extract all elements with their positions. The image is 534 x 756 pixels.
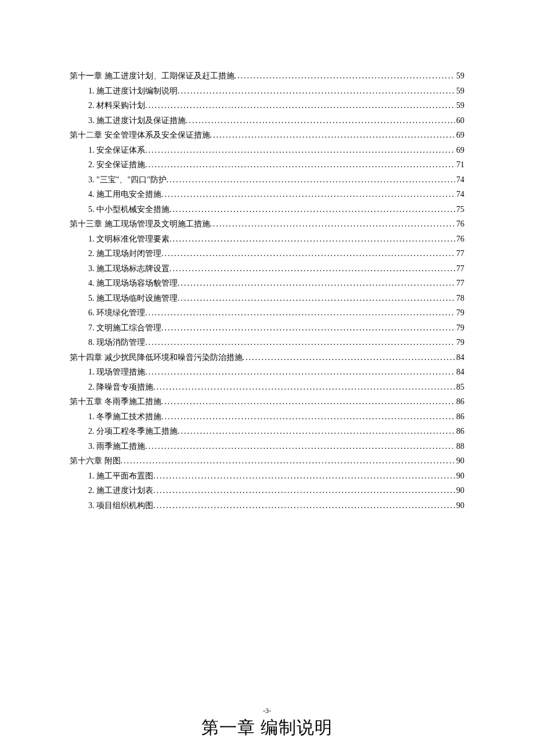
toc-entry-page: 90 (455, 498, 464, 513)
toc-entry: 1. 安全保证体系 69 (70, 143, 464, 158)
toc-leader-dots (178, 84, 455, 99)
toc-entry: 3. "三宝"、"四口"防护 74 (70, 172, 464, 188)
toc-entry-title: 2. 材料采购计划 (88, 98, 145, 113)
toc-entry-page: 90 (455, 469, 464, 484)
toc-entry: 2. 施工现场封闭管理 77 (70, 246, 464, 261)
toc-leader-dots (145, 98, 455, 113)
toc-entry-page: 71 (455, 157, 464, 172)
toc-leader-dots (161, 409, 455, 424)
toc-entry-page: 78 (455, 291, 464, 306)
toc-leader-dots (121, 453, 456, 469)
toc-entry: 3. 施工现场标志牌设置 77 (70, 261, 464, 276)
toc-leader-dots (178, 424, 455, 439)
toc-entry-title: 3. "三宝"、"四口"防护 (88, 172, 167, 188)
toc-entry-page: 69 (455, 128, 464, 143)
toc-entry: 2. 安全保证措施 71 (70, 157, 464, 172)
toc-entry-page: 86 (455, 409, 464, 424)
toc-entry: 7. 文明施工综合管理 79 (70, 321, 464, 336)
toc-leader-dots (169, 232, 455, 247)
toc-entry-title: 第十三章 施工现场管理及文明施工措施 (70, 217, 210, 232)
toc-entry-page: 90 (455, 453, 464, 469)
toc-entry-title: 3. 施工现场标志牌设置 (88, 261, 169, 276)
toc-entry-title: 7. 文明施工综合管理 (88, 321, 161, 336)
toc-entry-title: 第十二章 安全管理体系及安全保证措施 (70, 128, 210, 143)
toc-leader-dots (153, 498, 455, 513)
toc-entry-title: 1. 冬季施工技术措施 (88, 409, 161, 424)
toc-entry: 第十四章 减少扰民降低环境和噪音污染防治措施84 (70, 350, 464, 365)
toc-entry: 2. 降噪音专项措施 85 (70, 380, 464, 395)
toc-entry-title: 2. 施工现场封闭管理 (88, 246, 161, 261)
toc-entry: 1. 冬季施工技术措施 86 (70, 409, 464, 424)
toc-entry: 第十一章 施工进度计划、工期保证及赶工措施59 (70, 69, 464, 84)
toc-entry-page: 86 (455, 394, 464, 409)
toc-entry-page: 77 (455, 276, 464, 291)
toc-entry: 第十三章 施工现场管理及文明施工措施76 (70, 217, 464, 232)
toc-leader-dots (167, 172, 455, 188)
toc-leader-dots (169, 261, 455, 276)
toc-entry: 1. 文明标准化管理要素 76 (70, 232, 464, 247)
toc-entry-page: 76 (455, 217, 464, 232)
toc-leader-dots (153, 380, 455, 395)
toc-entry-page: 59 (455, 98, 464, 113)
toc-leader-dots (210, 128, 456, 143)
toc-entry-title: 第十六章 附图 (70, 453, 121, 469)
toc-entry: 4. 施工用电安全措施 74 (70, 187, 464, 202)
toc-entry-page: 79 (455, 321, 464, 336)
toc-entry: 1. 施工平面布置图 90 (70, 469, 464, 484)
toc-entry-page: 60 (455, 113, 464, 128)
toc-entry-page: 77 (455, 246, 464, 261)
toc-leader-dots (243, 350, 456, 365)
toc-leader-dots (234, 69, 456, 84)
table-of-contents: 第十一章 施工进度计划、工期保证及赶工措施591. 施工进度计划编制说明 592… (70, 69, 464, 513)
document-page: 第十一章 施工进度计划、工期保证及赶工措施591. 施工进度计划编制说明 592… (0, 0, 534, 740)
toc-entry-title: 第十五章 冬雨季施工措施 (70, 394, 161, 409)
toc-entry-page: 59 (455, 69, 464, 84)
chapter-heading-block: 第一章 编制说明 (70, 716, 464, 740)
toc-entry: 3. 雨季施工措施 88 (70, 439, 464, 454)
toc-entry-title: 1. 施工进度计划编制说明 (88, 84, 178, 99)
toc-entry-title: 2. 安全保证措施 (88, 157, 145, 172)
toc-leader-dots (153, 483, 455, 498)
toc-leader-dots (178, 276, 455, 291)
toc-entry-title: 5. 施工现场临时设施管理 (88, 291, 178, 306)
toc-leader-dots (145, 305, 455, 321)
toc-leader-dots (169, 202, 455, 217)
toc-entry-page: 77 (455, 261, 464, 276)
toc-leader-dots (145, 335, 455, 350)
toc-entry: 3. 施工进度计划及保证措施 60 (70, 113, 464, 128)
toc-entry-title: 3. 项目组织机构图 (88, 498, 153, 513)
toc-entry: 第十五章 冬雨季施工措施86 (70, 394, 464, 409)
toc-entry-page: 76 (455, 232, 464, 247)
toc-entry-title: 3. 雨季施工措施 (88, 439, 145, 454)
toc-leader-dots (161, 394, 456, 409)
toc-entry: 4. 施工现场场容场貌管理 77 (70, 276, 464, 291)
toc-entry-title: 1. 安全保证体系 (88, 143, 145, 158)
toc-entry-title: 2. 施工进度计划表 (88, 483, 153, 498)
toc-entry-page: 88 (455, 439, 464, 454)
toc-entry: 第十二章 安全管理体系及安全保证措施69 (70, 128, 464, 143)
toc-entry: 2. 分项工程冬季施工措施 86 (70, 424, 464, 439)
toc-entry: 3. 项目组织机构图 90 (70, 498, 464, 513)
toc-leader-dots (186, 113, 455, 128)
toc-entry: 2. 施工进度计划表 90 (70, 483, 464, 498)
toc-entry-title: 6. 环境绿化管理 (88, 305, 145, 321)
toc-entry-title: 1. 现场管理措施 (88, 365, 145, 380)
toc-entry-page: 69 (455, 143, 464, 158)
toc-leader-dots (145, 157, 455, 172)
toc-entry-page: 59 (455, 84, 464, 99)
toc-entry-page: 75 (455, 202, 464, 217)
toc-leader-dots (161, 246, 455, 261)
toc-entry-title: 2. 降噪音专项措施 (88, 380, 153, 395)
toc-entry-title: 3. 施工进度计划及保证措施 (88, 113, 186, 128)
toc-entry-page: 74 (455, 187, 464, 202)
toc-entry: 8. 现场消防管理 79 (70, 335, 464, 350)
toc-leader-dots (178, 291, 455, 306)
toc-entry: 1. 现场管理措施 84 (70, 365, 464, 380)
toc-entry-page: 90 (455, 483, 464, 498)
toc-entry-title: 5. 中小型机械安全措施 (88, 202, 169, 217)
toc-leader-dots (145, 439, 455, 454)
toc-entry-page: 84 (455, 350, 464, 365)
toc-entry-title: 第十一章 施工进度计划、工期保证及赶工措施 (70, 69, 234, 84)
toc-entry: 2. 材料采购计划 59 (70, 98, 464, 113)
toc-leader-dots (161, 321, 455, 336)
